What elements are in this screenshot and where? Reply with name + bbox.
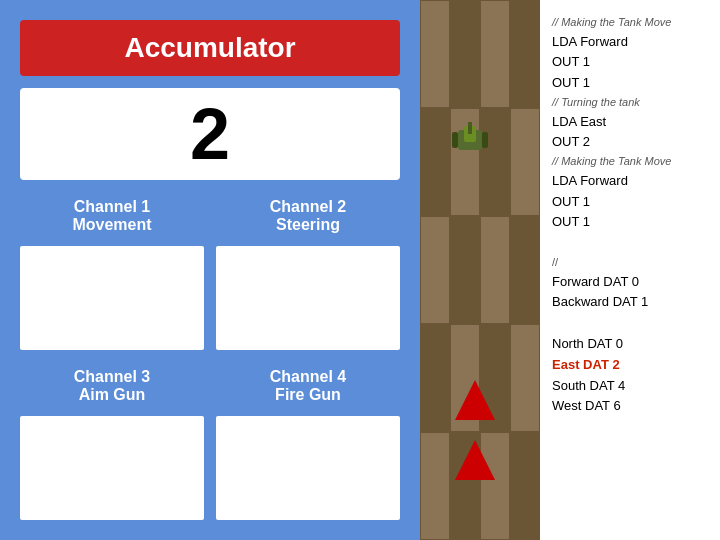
- code-lda-forward-2: LDA Forward: [552, 171, 708, 192]
- code-south-dat: South DAT 4: [552, 376, 708, 397]
- accumulator-header: Accumulator: [20, 20, 400, 76]
- channel-3-box: Channel 3Aim Gun: [20, 362, 204, 520]
- svg-rect-4: [482, 132, 488, 148]
- channel-4-display: [216, 416, 400, 520]
- code-comment-3: // Making the Tank Move: [552, 153, 708, 171]
- cell: [510, 0, 540, 108]
- tank-sprite: [450, 120, 490, 160]
- channel-2-label: Channel 2Steering: [216, 192, 400, 240]
- channel-1-box: Channel 1Movement: [20, 192, 204, 350]
- cell: [420, 324, 450, 432]
- code-comment-1: // Making the Tank Move: [552, 14, 708, 32]
- cell: [510, 324, 540, 432]
- cell: [450, 216, 480, 324]
- cell: [510, 216, 540, 324]
- channel-1-display: [20, 246, 204, 350]
- cell: [420, 432, 450, 540]
- code-out1-4: OUT 1: [552, 212, 708, 233]
- arrow-up-2: [455, 440, 495, 480]
- code-north-dat: North DAT 0: [552, 334, 708, 355]
- code-forward-dat: Forward DAT 0: [552, 272, 708, 293]
- code-out2-1: OUT 2: [552, 132, 708, 153]
- code-out1-3: OUT 1: [552, 192, 708, 213]
- cell: [480, 216, 510, 324]
- channel-2-display: [216, 246, 400, 350]
- code-backward-dat: Backward DAT 1: [552, 292, 708, 313]
- channel-4-box: Channel 4Fire Gun: [216, 362, 400, 520]
- cell: [450, 0, 480, 108]
- tank-game-view: [420, 0, 540, 540]
- code-lda-forward-1: LDA Forward: [552, 32, 708, 53]
- accumulator-panel: Accumulator 2 Channel 1Movement Channel …: [0, 0, 420, 540]
- channel-4-label: Channel 4Fire Gun: [216, 362, 400, 410]
- code-west-dat: West DAT 6: [552, 396, 708, 417]
- arrow-up-1: [455, 380, 495, 420]
- code-out1-1: OUT 1: [552, 52, 708, 73]
- channel-3-label: Channel 3Aim Gun: [20, 362, 204, 410]
- code-out1-2: OUT 1: [552, 73, 708, 94]
- svg-rect-3: [452, 132, 458, 148]
- channel-2-box: Channel 2Steering: [216, 192, 400, 350]
- channels-grid: Channel 1Movement Channel 2Steering Chan…: [20, 192, 400, 520]
- cell: [420, 0, 450, 108]
- code-east-dat: East DAT 2: [552, 355, 708, 376]
- channel-1-label: Channel 1Movement: [20, 192, 204, 240]
- channel-3-display: [20, 416, 204, 520]
- code-comment-4: //: [552, 254, 708, 272]
- cell: [510, 432, 540, 540]
- svg-rect-2: [468, 122, 472, 134]
- code-panel: // Making the Tank Move LDA Forward OUT …: [540, 0, 720, 540]
- accumulator-value: 2: [20, 88, 400, 180]
- cell: [480, 0, 510, 108]
- code-lda-east: LDA East: [552, 112, 708, 133]
- cell: [420, 216, 450, 324]
- cell: [510, 108, 540, 216]
- code-comment-2: // Turning the tank: [552, 94, 708, 112]
- cell: [420, 108, 450, 216]
